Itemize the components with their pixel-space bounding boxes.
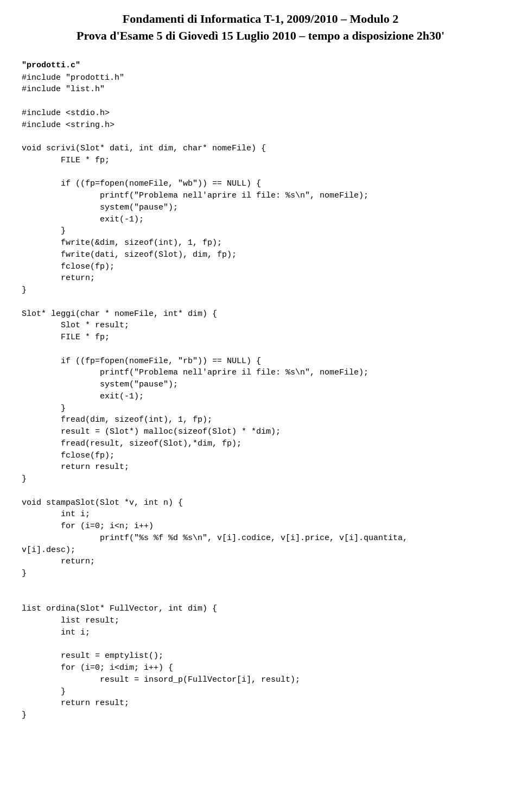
- header-title: Fondamenti di Informatica T-1, 2009/2010…: [22, 11, 499, 45]
- code-block: #include "prodotti.h" #include "list.h" …: [22, 72, 499, 721]
- file-label: "prodotti.c": [22, 61, 499, 70]
- page-header: Fondamenti di Informatica T-1, 2009/2010…: [22, 11, 499, 45]
